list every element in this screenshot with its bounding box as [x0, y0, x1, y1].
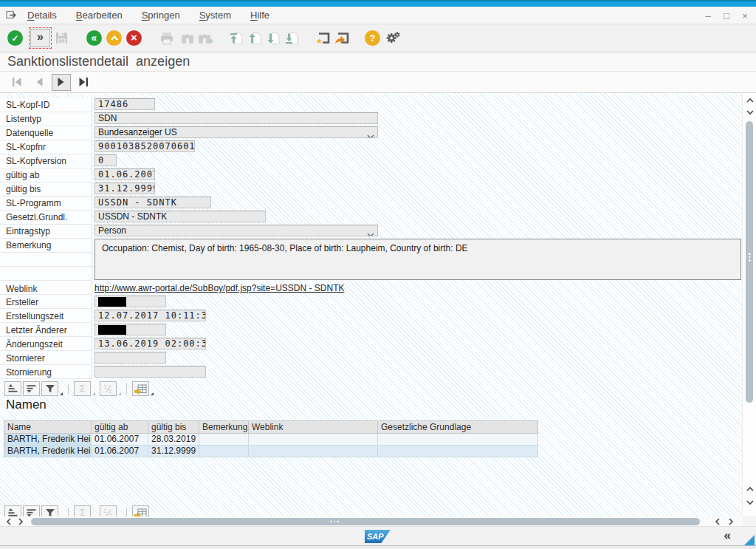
cell-g-ltig-bis[interactable]: 28.03.2019 — [148, 434, 199, 446]
cell-bemerkung[interactable] — [199, 446, 249, 457]
chevron-down-icon[interactable] — [367, 131, 374, 138]
sort-ascending-button[interactable] — [4, 381, 21, 396]
field-ersteller[interactable] — [94, 296, 166, 307]
maximize-button[interactable]: □ — [721, 10, 732, 21]
field-nderungszeit[interactable]: 13.06.2019 02:00:33 — [94, 338, 206, 349]
menu-item-bearbeiten[interactable]: Bearbeiten — [76, 10, 123, 21]
last-record-button[interactable] — [74, 74, 93, 91]
menu-item-hilfe[interactable]: Hilfe — [250, 10, 269, 21]
field-sl-kopf-id[interactable]: 17486 — [94, 98, 155, 110]
exit-button[interactable] — [106, 29, 122, 48]
field-g-ltig-ab[interactable]: 01.06.2007 — [94, 168, 155, 180]
vertical-scroll-thumb[interactable] — [746, 121, 753, 403]
scroll-left-icon[interactable] — [712, 516, 723, 526]
subtotal-icon: Σ Σ — [103, 508, 114, 516]
next-record-button[interactable] — [52, 74, 71, 91]
scroll-down-icon[interactable] — [744, 106, 755, 117]
table-row[interactable]: BARTH, Frederik Heinz01.06.200728.03.201… — [4, 434, 538, 446]
scroll-up-icon[interactable] — [744, 95, 755, 106]
field-sl-kopfversion[interactable]: 0 — [94, 154, 117, 166]
enter-button[interactable]: ✓ — [7, 29, 23, 48]
column-header-name[interactable]: Name — [4, 421, 92, 434]
field-stornierung[interactable] — [94, 366, 206, 378]
cell-g-ltig-ab[interactable]: 01.06.2007 — [92, 446, 148, 457]
field-erstellungszeit[interactable]: 12.07.2017 10:11:36 — [94, 310, 206, 321]
vertical-scrollbar[interactable] — [742, 93, 756, 516]
field-sl-kopfnr[interactable]: 9001038520070601 — [94, 140, 195, 152]
column-header-weblink[interactable]: Weblink — [249, 421, 378, 434]
scroll-left-icon[interactable] — [3, 516, 14, 526]
field-stornierer[interactable] — [94, 352, 166, 364]
menu-item-springen[interactable]: Springen — [142, 10, 180, 21]
weblink-link[interactable]: http://www.awr-portal.de/SubBoy/pdf.jsp?… — [94, 282, 344, 294]
field-letzter-nderer[interactable] — [94, 324, 166, 335]
last-record-icon — [78, 77, 89, 87]
column-header-g-ltig-ab[interactable]: gültig ab — [92, 421, 148, 434]
field-g-ltig-bis[interactable]: 31.12.9999 — [94, 183, 155, 194]
field-listentyp[interactable]: SDN — [94, 112, 378, 124]
collapse-statusbar-icon[interactable]: « — [724, 528, 731, 543]
subtotal-dropdown-icon — [118, 392, 121, 395]
scroll-right-icon[interactable] — [15, 516, 26, 526]
column-header-g-ltig-bis[interactable]: gültig bis — [148, 421, 199, 434]
minimize-button[interactable]: – — [703, 10, 713, 21]
sort-descending-button[interactable] — [23, 381, 40, 396]
cell-bemerkung[interactable] — [199, 434, 249, 446]
sort-ascending-icon — [7, 384, 18, 393]
column-header-gesetzliche-grundlage[interactable]: Gesetzliche Grundlage — [378, 421, 538, 434]
expand-command-button[interactable]: » — [30, 29, 50, 47]
cell-gesetzliche-grundlage[interactable] — [378, 434, 538, 446]
field-eintragstyp[interactable]: Person — [94, 225, 378, 236]
cell-name[interactable]: BARTH, Frederik Heinz — [4, 434, 92, 446]
views-button[interactable] — [132, 505, 149, 516]
column-header-bemerkung[interactable]: Bemerkung — [199, 421, 249, 434]
horizontal-scrollbar[interactable] — [0, 516, 742, 526]
toolbar-separator — [68, 383, 69, 395]
filter-button[interactable] — [41, 381, 58, 396]
window-star-icon: ★ — [315, 31, 331, 45]
field-sl-programm[interactable]: USSDN - SDNTK — [94, 197, 211, 208]
create-shortcut-button[interactable] — [334, 29, 350, 48]
field-label-letzter-nderer: Letzter Änderer — [6, 324, 67, 338]
field-label-bemerkung: Bemerkung — [6, 239, 51, 253]
scroll-up-icon[interactable] — [744, 483, 755, 494]
filter-button[interactable] — [41, 505, 58, 516]
table-row[interactable]: BARTH, Frederik Heinz01.06.200731.12.999… — [4, 446, 538, 457]
menu-item-system[interactable]: System — [199, 10, 231, 21]
sort-descending-button[interactable] — [23, 505, 40, 516]
question-icon: ? — [365, 30, 380, 46]
cell-g-ltig-ab[interactable]: 01.06.2007 — [92, 434, 148, 446]
field-gesetzl-grundl[interactable]: USSDN - SDNTK — [94, 211, 266, 222]
close-button[interactable]: × — [740, 10, 750, 21]
cell-weblink[interactable] — [249, 446, 378, 457]
field-bemerkung[interactable]: Occupation: Chemist, Day of birth: 1965-… — [94, 239, 741, 280]
redacted-value — [98, 297, 126, 307]
horizontal-scroll-thumb[interactable] — [31, 518, 700, 525]
cancel-button[interactable]: × — [126, 29, 142, 48]
help-button[interactable]: ? — [365, 29, 380, 48]
scroll-right-icon[interactable] — [725, 516, 736, 526]
menu-icon[interactable] — [6, 10, 17, 20]
chevron-down-icon[interactable] — [367, 229, 374, 236]
customize-layout-button[interactable] — [385, 29, 401, 48]
cell-weblink[interactable] — [249, 434, 378, 446]
menu-item-details[interactable]: Details — [27, 10, 57, 21]
cell-name[interactable]: BARTH, Frederik Heinz — [4, 446, 92, 457]
views-dropdown-icon[interactable] — [151, 392, 154, 395]
field-label-nderungszeit: Änderungszeit — [6, 338, 63, 352]
new-session-button[interactable]: ★ — [315, 29, 331, 48]
scroll-down-icon[interactable] — [744, 497, 755, 508]
previous-record-icon — [33, 77, 45, 87]
redacted-value — [98, 325, 126, 335]
field-datenquelle[interactable]: Bundesanzeiger US — [94, 126, 378, 138]
views-button[interactable] — [132, 381, 149, 396]
sort-ascending-button[interactable] — [4, 505, 21, 516]
thumb-grip — [330, 520, 339, 522]
cell-g-ltig-bis[interactable]: 31.12.9999 — [148, 446, 199, 457]
back-button[interactable]: « — [86, 29, 102, 48]
cell-gesetzliche-grundlage[interactable] — [378, 446, 538, 457]
field-label-gesetzl-grundl: Gesetzl.Grundl. — [6, 211, 67, 225]
screen-title-bar: Sanktionslistendetail anzeigen — [0, 52, 756, 72]
views-export-icon — [134, 384, 147, 394]
filter-dropdown-icon[interactable] — [60, 392, 63, 395]
